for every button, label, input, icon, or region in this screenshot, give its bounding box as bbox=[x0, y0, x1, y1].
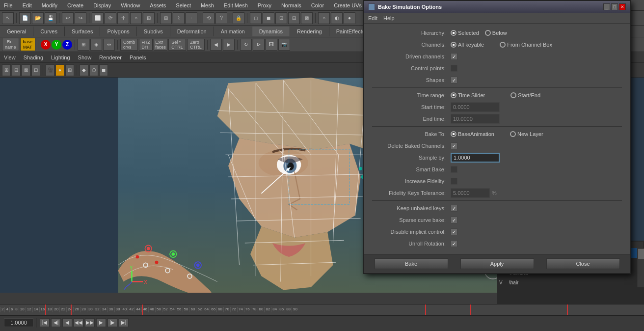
menu-normals[interactable]: Normals bbox=[279, 1, 303, 9]
hierarchy-below-radio[interactable]: Below bbox=[485, 30, 507, 36]
toolbar-light3-btn[interactable]: ● bbox=[344, 12, 355, 24]
toolbar-history-btn[interactable]: ⟲ bbox=[203, 12, 215, 24]
view-menu-renderer[interactable]: Renderer bbox=[99, 55, 122, 60]
disable-implicit-checkbox[interactable]: ✓ bbox=[451, 228, 457, 235]
dialog-minimize-button[interactable]: _ bbox=[603, 3, 610, 10]
channels-all-radio[interactable]: All keyable bbox=[451, 42, 484, 48]
toolbar-select-btn[interactable]: ↖ bbox=[2, 12, 14, 24]
end-time-input[interactable] bbox=[451, 114, 500, 124]
menu-edit[interactable]: Edit bbox=[21, 1, 34, 9]
axis-x-button[interactable]: X bbox=[41, 40, 51, 50]
toolbar-undo-btn[interactable]: ↩ bbox=[62, 12, 74, 24]
menu-window[interactable]: Window bbox=[119, 1, 142, 9]
play-back-button[interactable]: ◀◀ bbox=[74, 318, 83, 327]
hierarchy-selected-radio[interactable]: Selected bbox=[451, 30, 479, 36]
go-start-button[interactable]: |◀ bbox=[40, 318, 50, 327]
channels-from-box-radio[interactable]: From Channel Box bbox=[500, 42, 552, 48]
toolbar-save-btn[interactable]: 💾 bbox=[45, 12, 56, 24]
bake-button[interactable]: Bake bbox=[375, 258, 448, 269]
menu-assets[interactable]: Assets bbox=[148, 1, 168, 9]
toolbar-transform-btn[interactable]: ⟳ bbox=[105, 12, 116, 24]
smart-bake-checkbox[interactable] bbox=[451, 166, 457, 173]
tab-curves[interactable]: Curves bbox=[33, 27, 65, 36]
toolbar-select-all-btn[interactable]: ⬜ bbox=[92, 12, 104, 24]
driven-channels-checkbox[interactable]: ✓ bbox=[451, 53, 457, 60]
timeline-ruler[interactable]: 2 4 6 8 10 12 14 16 18 20 22 24 26 28 30… bbox=[0, 304, 644, 315]
extra-btn1[interactable]: ◀ bbox=[210, 39, 222, 51]
fidelity-keys-input[interactable] bbox=[451, 188, 490, 198]
toolbar-snap-point-btn[interactable]: · bbox=[186, 12, 197, 24]
menu-mesh[interactable]: Mesh bbox=[199, 1, 216, 9]
tab-rendering[interactable]: Rendering bbox=[290, 27, 329, 36]
toolbar-question-btn[interactable]: ? bbox=[215, 12, 227, 24]
comb-crvs-btn[interactable]: Combcrvs bbox=[120, 39, 138, 51]
go-end-button[interactable]: ▶| bbox=[119, 318, 129, 327]
next-frame-button[interactable]: ▶ bbox=[96, 318, 106, 327]
prev-frame-button[interactable]: ◀ bbox=[62, 318, 72, 327]
key-btn[interactable]: ⊳ bbox=[253, 39, 265, 51]
channel-scrollbar[interactable] bbox=[637, 248, 644, 287]
axis-y-button[interactable]: Y bbox=[52, 40, 61, 50]
symmetry-btn[interactable]: ⇔ bbox=[103, 39, 115, 51]
toolbar-rotate-btn[interactable]: ○ bbox=[130, 12, 142, 24]
toolbar-scale-btn[interactable]: ⊞ bbox=[143, 12, 155, 24]
bake-to-base-radio[interactable]: BaseAnimation bbox=[451, 131, 494, 137]
view-menu-shading[interactable]: Shading bbox=[24, 55, 43, 60]
extra-btn2[interactable]: ▶ bbox=[223, 39, 235, 51]
vt-cam-btn[interactable]: 🎥 bbox=[46, 64, 54, 76]
sparse-curve-checkbox[interactable]: ✓ bbox=[451, 217, 457, 223]
control-points-checkbox[interactable] bbox=[451, 65, 457, 72]
transform-mode-btn[interactable]: ⊞ bbox=[78, 39, 89, 51]
frz-dh-btn[interactable]: FRZDH bbox=[139, 39, 153, 51]
toolbar-redo-btn[interactable]: ↪ bbox=[75, 12, 86, 24]
toolbar-cam4-btn[interactable]: ⊟ bbox=[288, 12, 300, 24]
rename-button[interactable]: Re-name bbox=[2, 38, 19, 52]
delete-baked-checkbox[interactable]: ✓ bbox=[451, 142, 457, 149]
time-range-slider-radio[interactable]: Time Slider bbox=[451, 92, 485, 98]
render-reg-btn[interactable]: 🎞 bbox=[266, 39, 277, 51]
toolbar-light1-btn[interactable]: ○ bbox=[318, 12, 330, 24]
menu-color[interactable]: Color bbox=[309, 1, 326, 9]
vt-btn4[interactable]: ⊡ bbox=[31, 64, 40, 76]
sel-ctrl-btn[interactable]: Sel *CTRL bbox=[168, 39, 186, 51]
tab-dynamics[interactable]: Dynamics bbox=[252, 27, 290, 36]
extr-faces-btn[interactable]: Extrfaces bbox=[154, 39, 167, 51]
render-btn[interactable]: 📷 bbox=[278, 39, 290, 51]
menu-edit-mesh[interactable]: Edit Mesh bbox=[222, 1, 250, 9]
channel-item-hair[interactable]: V \hair bbox=[497, 277, 644, 287]
view-menu-panels[interactable]: Panels bbox=[130, 55, 146, 60]
keep-unbaked-checkbox[interactable]: ✓ bbox=[451, 205, 457, 212]
view-menu-view[interactable]: View bbox=[4, 55, 16, 60]
toolbar-open-btn[interactable]: 📂 bbox=[32, 12, 44, 24]
menu-create-uvs[interactable]: Create UVs bbox=[332, 1, 364, 9]
dialog-close-button[interactable]: ✕ bbox=[619, 3, 626, 10]
vt-light-btn[interactable]: ● bbox=[55, 64, 64, 76]
view-menu-show[interactable]: Show bbox=[78, 55, 92, 60]
toolbar-cam3-btn[interactable]: ⊡ bbox=[275, 12, 287, 24]
zero-ctrl-btn[interactable]: ZeroCTRL bbox=[187, 39, 205, 51]
toolbar-lock-btn[interactable]: 🔒 bbox=[233, 12, 244, 24]
vt-btn1[interactable]: ⊞ bbox=[2, 64, 11, 76]
tab-general[interactable]: General bbox=[0, 27, 33, 36]
unroll-rotation-checkbox[interactable]: ✓ bbox=[451, 240, 457, 247]
toolbar-new-btn[interactable]: 📄 bbox=[19, 12, 31, 24]
dialog-menu-edit[interactable]: Edit bbox=[368, 15, 377, 21]
tab-animation[interactable]: Animation bbox=[214, 27, 252, 36]
toolbar-cam5-btn[interactable]: ⊠ bbox=[301, 12, 313, 24]
base-mat-button[interactable]: baseMAT bbox=[20, 38, 36, 52]
start-time-input[interactable] bbox=[451, 102, 500, 112]
tab-deformation[interactable]: Deformation bbox=[170, 27, 214, 36]
next-key-button[interactable]: |▶ bbox=[107, 318, 117, 327]
play-forward-button[interactable]: ▶▶ bbox=[85, 318, 95, 327]
channel-scrollbar-thumb[interactable] bbox=[638, 249, 644, 259]
menu-display[interactable]: Display bbox=[91, 1, 113, 9]
tab-surfaces[interactable]: Surfaces bbox=[65, 27, 100, 36]
vt-grid-btn[interactable]: ⊞ bbox=[65, 64, 74, 76]
menu-file[interactable]: File bbox=[2, 1, 15, 9]
toolbar-light2-btn[interactable]: ◐ bbox=[331, 12, 343, 24]
refresh-btn[interactable]: ↻ bbox=[240, 39, 252, 51]
toolbar-move-btn[interactable]: ✛ bbox=[117, 12, 129, 24]
menu-modify[interactable]: Modify bbox=[40, 1, 59, 9]
vt-btn2[interactable]: ⊟ bbox=[12, 64, 21, 76]
vt-btn3[interactable]: ⊠ bbox=[22, 64, 30, 76]
